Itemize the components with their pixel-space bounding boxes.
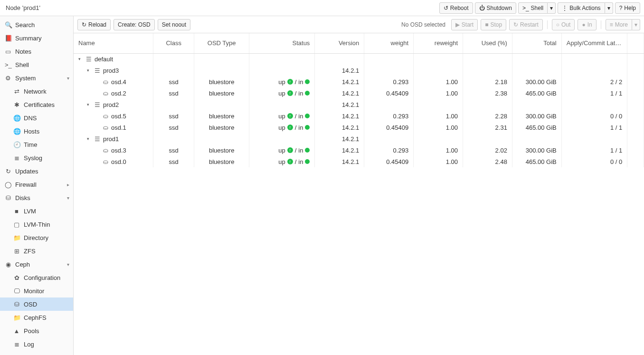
up-arrow-icon: ↑ (287, 113, 293, 119)
host-row[interactable]: ▾☰prod314.2.1 (74, 65, 644, 76)
pools-icon: ▲ (13, 327, 20, 335)
col-reweight[interactable]: reweight (414, 33, 463, 53)
reload-button[interactable]: ↻Reload (77, 19, 111, 30)
sidebar-item-syslog[interactable]: ≣Syslog (0, 151, 73, 164)
col-version[interactable]: Version (315, 33, 364, 53)
caret-icon: ▾ (607, 5, 610, 11)
osd-row[interactable]: ⛀osd.5ssdbluestoreup↑ / in14.2.10.2931.0… (74, 110, 644, 122)
expand-icon[interactable]: ▾ (67, 195, 69, 201)
sidebar-item-system[interactable]: ⚙System▾ (0, 71, 73, 85)
restart-button[interactable]: ↻Restart (509, 19, 543, 30)
in-button[interactable]: ●In (578, 19, 596, 30)
more-button[interactable]: ≡More (606, 19, 632, 30)
in-dot-icon (305, 148, 310, 153)
expand-icon[interactable]: ▾ (67, 262, 69, 267)
start-button[interactable]: ▶Start (451, 19, 478, 30)
cell: 1 / 1 (561, 122, 627, 133)
osd-table-wrap: NameClassOSD TypeStatusVersionweightrewe… (74, 33, 644, 355)
cell: 14.2.1 (315, 99, 364, 110)
osd-row[interactable]: ⛀osd.2ssdbluestoreup↑ / in14.2.10.454091… (74, 87, 644, 99)
refresh-icon: ↻ (5, 168, 11, 175)
in-dot-icon (305, 159, 310, 164)
sidebar-item-firewall[interactable]: ◯Firewall▸ (0, 178, 73, 191)
sidebar-item-lvm[interactable]: ■LVM (0, 204, 73, 218)
reboot-button[interactable]: ↺Reboot (439, 2, 473, 14)
osd-row[interactable]: ⛀osd.4ssdbluestoreup↑ / in14.2.10.2931.0… (74, 76, 644, 87)
col-total[interactable]: Total (512, 33, 561, 53)
sidebar-item-osd[interactable]: ⛁OSD (0, 297, 73, 311)
tree-caret[interactable]: ▾ (87, 68, 92, 73)
cell (249, 99, 315, 110)
help-button[interactable]: ?Help (615, 2, 640, 14)
book-icon: 📕 (5, 35, 11, 42)
sidebar-item-lvm-thin[interactable]: ▢LVM-Thin (0, 218, 73, 231)
more-label: More (615, 21, 628, 28)
bulk-button[interactable]: ⋮Bulk Actions (558, 2, 605, 14)
sidebar-label: ZFS (24, 248, 36, 255)
set-noout-button[interactable]: Set noout (158, 19, 190, 30)
tree-caret[interactable]: ▾ (87, 136, 92, 141)
col-status[interactable]: Status (249, 33, 315, 53)
status-up: up (278, 147, 285, 154)
status-up: up (278, 90, 285, 97)
tree-caret[interactable]: ▾ (78, 57, 83, 61)
sidebar-item-configuration[interactable]: ✿Configuration (0, 271, 73, 284)
col-weight[interactable]: weight (364, 33, 414, 53)
osd-toolbar: ↻Reload Create: OSD Set noout No OSD sel… (74, 16, 644, 33)
sidebar-item-dns[interactable]: 🌐DNS (0, 111, 73, 125)
host-row[interactable]: ▾☰prod214.2.1 (74, 99, 644, 110)
sidebar-item-cephfs[interactable]: 📁CephFS (0, 311, 73, 324)
sidebar-item-monitor[interactable]: 🖵Monitor (0, 284, 73, 297)
sidebar-item-ceph[interactable]: ◉Ceph▾ (0, 258, 73, 271)
osd-row[interactable]: ⛀osd.1ssdbluestoreup↑ / in14.2.10.454091… (74, 122, 644, 133)
sidebar-item-search[interactable]: 🔍Search (0, 18, 73, 31)
sidebar-item-time[interactable]: 🕘Time (0, 138, 73, 151)
col-apply-commit-latency-ms-[interactable]: Apply/Commit Latency (ms) (561, 33, 627, 53)
out-button[interactable]: ○Out (552, 19, 575, 30)
sidebar-item-hosts[interactable]: 🌐Hosts (0, 125, 73, 138)
list-icon: ≣ (13, 154, 20, 162)
shutdown-button[interactable]: ⏻Shutdown (475, 2, 516, 14)
caret-icon: ▾ (635, 21, 637, 28)
in-dot-icon (305, 114, 310, 118)
cell: ssd (153, 144, 194, 156)
root-row[interactable]: ▾☰default (74, 53, 644, 65)
sidebar-item-certificates[interactable]: ✱Certificates (0, 98, 73, 111)
col-osd-type[interactable]: OSD Type (194, 33, 249, 53)
cell: 14.2.1 (315, 87, 364, 99)
monitor-icon: 🖵 (13, 288, 20, 295)
sidebar-item-pools[interactable]: ▲Pools (0, 324, 73, 337)
sidebar-item-shell[interactable]: >_Shell (0, 58, 73, 71)
sidebar-item-directory[interactable]: 📁Directory (0, 231, 73, 244)
bulk-dropdown[interactable]: ▾ (605, 2, 613, 14)
sidebar-item-summary[interactable]: 📕Summary (0, 31, 73, 45)
osd-row[interactable]: ⛀osd.3ssdbluestoreup↑ / in14.2.10.2931.0… (74, 144, 644, 156)
server-icon: ☰ (95, 67, 100, 74)
cell: 1.00 (414, 87, 463, 99)
shell-button[interactable]: >_Shell (518, 2, 548, 14)
sidebar-item-disks[interactable]: ⛁Disks▾ (0, 191, 73, 204)
tree-label: prod3 (103, 67, 119, 74)
tree-caret[interactable]: ▾ (87, 102, 92, 107)
expand-icon[interactable]: ▾ (67, 76, 69, 81)
sidebar-item-updates[interactable]: ↻Updates (0, 164, 73, 178)
col-class[interactable]: Class (153, 33, 194, 53)
cell: 14.2.1 (315, 65, 364, 76)
sidebar-item-zfs[interactable]: ⊞ZFS (0, 244, 73, 258)
col-used-[interactable]: Used (%) (463, 33, 512, 53)
stop-button[interactable]: ■Stop (481, 19, 506, 30)
osd-row[interactable]: ⛀osd.0ssdbluestoreup↑ / in14.2.10.454091… (74, 156, 644, 167)
col-name[interactable]: Name (74, 33, 153, 53)
shell-dropdown[interactable]: ▾ (548, 2, 556, 14)
more-split-button: ≡More ▾ (606, 19, 640, 30)
osd-table: NameClassOSD TypeStatusVersionweightrewe… (74, 33, 644, 167)
host-row[interactable]: ▾☰prod114.2.1 (74, 133, 644, 144)
sidebar-item-log[interactable]: ≣Log (0, 337, 73, 351)
sidebar-item-network[interactable]: ⇄Network (0, 85, 73, 98)
expand-icon[interactable]: ▸ (67, 182, 69, 187)
create-osd-button[interactable]: Create: OSD (114, 19, 155, 30)
play-icon: ▶ (455, 21, 460, 28)
more-dropdown[interactable]: ▾ (632, 19, 640, 30)
sidebar-item-notes[interactable]: ▭Notes (0, 45, 73, 58)
sidebar-label: Certificates (24, 101, 55, 108)
